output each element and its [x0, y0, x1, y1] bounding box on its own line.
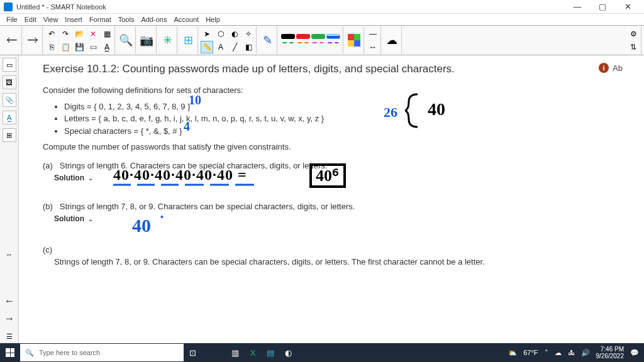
- intro-text: Consider the following definitions for s…: [43, 84, 633, 97]
- line-tool[interactable]: ╱: [228, 41, 241, 53]
- clock[interactable]: 7:46 PM 9/26/2022: [596, 346, 625, 359]
- open-button[interactable]: 📂: [73, 28, 86, 40]
- taskbar-app-2[interactable]: ◐: [279, 344, 297, 361]
- content-area: ▭ 🖼 📎 A̲ ⊞ ↔ 🡐 🡒 ☰ i Ab Exercise 10.1.2:…: [0, 55, 644, 343]
- arrow-style[interactable]: ↔: [367, 41, 379, 53]
- pen-red[interactable]: [296, 34, 310, 39]
- start-button[interactable]: [0, 343, 20, 362]
- network-icon[interactable]: 🖧: [568, 349, 575, 356]
- pen-blue[interactable]: [326, 34, 340, 39]
- taskbar-excel[interactable]: X: [244, 344, 262, 361]
- side-expand[interactable]: ↔: [3, 248, 16, 261]
- solution-label-b: Solution: [54, 213, 84, 224]
- info-badge[interactable]: i Ab: [599, 63, 623, 73]
- menu-format[interactable]: Format: [87, 16, 114, 23]
- window-controls: — ▢ ✕: [565, 2, 640, 11]
- side-gallery[interactable]: 🖼: [3, 75, 16, 89]
- side-pages[interactable]: ▭: [3, 58, 16, 72]
- weather-text[interactable]: 67°F: [523, 349, 538, 356]
- solution-a-toggle[interactable]: Solution ⌄: [54, 172, 93, 184]
- screen-button[interactable]: ▭: [87, 41, 99, 53]
- menu-file[interactable]: File: [4, 16, 20, 23]
- side-menu[interactable]: ☰: [3, 329, 16, 343]
- text-style-button[interactable]: A̲: [101, 41, 113, 53]
- pen-black[interactable]: [281, 34, 295, 39]
- onedrive-icon[interactable]: ☁: [555, 349, 562, 357]
- delete-button[interactable]: ✕: [87, 28, 99, 40]
- side-props[interactable]: A̲: [3, 111, 16, 124]
- table-button[interactable]: ▦: [101, 28, 113, 40]
- puzzle-button[interactable]: ⊞: [180, 28, 196, 52]
- minimize-button[interactable]: —: [565, 2, 590, 11]
- task-view-button[interactable]: ⊡: [184, 344, 201, 361]
- addon-button[interactable]: ✳: [159, 28, 175, 52]
- part-b-label: (b): [43, 202, 53, 211]
- zoom-button[interactable]: 🔍: [118, 28, 134, 52]
- eraser-tool[interactable]: ◧: [242, 41, 255, 53]
- swap-button[interactable]: ⇅: [627, 41, 640, 53]
- menu-help[interactable]: Help: [203, 16, 223, 23]
- hand-total-40: 40: [428, 99, 445, 119]
- def-special: Special characters = { *, &, $, # }: [64, 125, 633, 138]
- menu-view[interactable]: View: [41, 16, 61, 23]
- maximize-button[interactable]: ▢: [590, 2, 615, 11]
- pen-dash-purple[interactable]: [326, 42, 340, 47]
- new-page-button[interactable]: ⎘: [45, 41, 58, 53]
- measure-tool[interactable]: 📏: [201, 41, 213, 53]
- window-title: Untitled * - SMART Notebook: [16, 3, 565, 11]
- taskbar-notebook[interactable]: ▤: [262, 344, 279, 361]
- color-picker[interactable]: [346, 28, 362, 52]
- hand-letters-26: 26: [384, 104, 397, 121]
- paste-button[interactable]: 📋: [59, 41, 72, 53]
- menu-tools[interactable]: Tools: [116, 16, 137, 23]
- taskbar-app-1[interactable]: ▥: [226, 344, 244, 361]
- weather-icon[interactable]: ⛅: [508, 349, 517, 357]
- part-c-text: Strings of length 7, 8, or 9. Characters…: [54, 256, 633, 268]
- side-addons[interactable]: ⊞: [3, 128, 16, 142]
- side-prev[interactable]: 🡐: [3, 294, 16, 308]
- cloud-button[interactable]: ☁: [384, 28, 400, 52]
- shape-tool[interactable]: ⬡: [214, 28, 227, 40]
- def-letters: Letters = { a, b, c, d, e, f, g, h, i, j…: [64, 112, 633, 125]
- next-page-button[interactable]: 🡒: [25, 28, 41, 52]
- text-tool[interactable]: A: [214, 41, 227, 53]
- magic-tool[interactable]: ✧: [242, 28, 255, 40]
- redo-button[interactable]: ↷: [59, 28, 72, 40]
- app-icon: [4, 3, 13, 11]
- side-next[interactable]: 🡒: [3, 312, 16, 326]
- def-digits: Digits = { 0, 1, 2, 3, 4, 5, 6, 7, 8, 9 …: [64, 101, 633, 113]
- line-style[interactable]: —: [367, 28, 379, 40]
- close-button[interactable]: ✕: [615, 2, 640, 11]
- menu-insert[interactable]: Insert: [62, 16, 85, 23]
- undo-button[interactable]: ↶: [45, 28, 58, 40]
- search-box[interactable]: 🔍 Type here to search: [20, 344, 184, 361]
- fill-tool[interactable]: ◐: [228, 28, 241, 40]
- select-tool[interactable]: ➤: [201, 28, 213, 40]
- pen-dash-green[interactable]: [281, 42, 295, 47]
- hand-answer-a: 40⁶: [309, 163, 346, 188]
- settings-button[interactable]: ⚙: [627, 28, 640, 40]
- menu-addons[interactable]: Add-ons: [138, 16, 169, 23]
- page-canvas[interactable]: i Ab Exercise 10.1.2: Counting passwords…: [19, 55, 644, 343]
- info-text: Ab: [613, 63, 623, 73]
- hand-special-4: 4: [184, 119, 190, 134]
- menu-edit[interactable]: Edit: [22, 16, 39, 23]
- side-attach[interactable]: 📎: [3, 93, 16, 107]
- menu-account[interactable]: Account: [171, 16, 201, 23]
- volume-icon[interactable]: 🔊: [581, 349, 590, 357]
- exercise-title: Exercise 10.1.2: Counting passwords made…: [43, 63, 633, 75]
- pen-tool[interactable]: ✎: [259, 28, 275, 52]
- part-c-label: (c): [43, 245, 52, 255]
- camera-button[interactable]: 📷: [138, 28, 155, 52]
- save-button[interactable]: 💾: [73, 41, 86, 53]
- pen-dash-orange[interactable]: [296, 42, 310, 47]
- prev-page-button[interactable]: 🡐: [4, 28, 20, 52]
- pen-dash-pink[interactable]: [311, 42, 325, 47]
- pen-green[interactable]: [311, 34, 325, 39]
- tray-up-icon[interactable]: ˄: [545, 349, 548, 357]
- chevron-down-icon: ⌄: [88, 173, 93, 183]
- solution-b-toggle[interactable]: Solution ⌄: [54, 213, 93, 224]
- hand-answer-b-dot: •: [160, 212, 164, 222]
- defs-list: Digits = { 0, 1, 2, 3, 4, 5, 6, 7, 8, 9 …: [64, 101, 633, 138]
- notification-icon[interactable]: 💬: [630, 349, 639, 357]
